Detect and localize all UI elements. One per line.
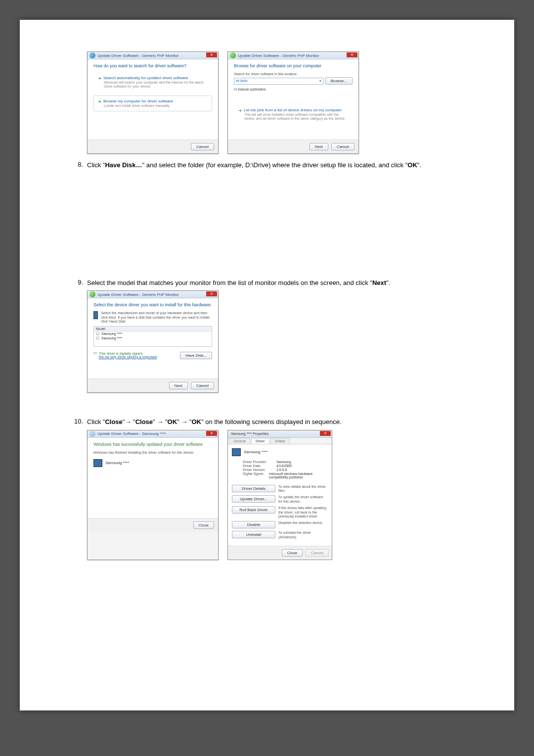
step-9: 9. Select the model that matches your mo… (69, 279, 465, 287)
value: 4/14/2005 (276, 464, 292, 468)
close-icon[interactable]: ✕ (206, 291, 217, 296)
dialog-title: Samsung **** Properties (231, 432, 268, 435)
monitor-icon (93, 311, 98, 319)
dialog-title: Update Driver Software - Generic PnP Mon… (97, 53, 178, 58)
rollback-driver-button[interactable]: Roll Back Driver (232, 506, 275, 514)
value: 2.0.0.0 (276, 468, 287, 472)
update-driver-browse-dialog: Update Driver Software - Generic PnP Mon… (227, 51, 359, 154)
dropdown-icon[interactable]: ▾ (319, 79, 321, 83)
label: Digital Signer: (243, 472, 265, 479)
desc: Disables the selected device. (278, 521, 328, 525)
close-button[interactable]: Close (193, 521, 214, 529)
list-item[interactable]: Samsung **** (101, 336, 122, 340)
update-driver-button[interactable]: Update Driver... (232, 495, 275, 503)
dialog-title: Update Driver Software - Generic PnP Mon… (238, 53, 319, 58)
step-text: Click "Have Disk…" and select the folder… (87, 161, 465, 170)
have-disk-button[interactable]: Have Disk... (180, 352, 212, 359)
t: " → " (153, 418, 167, 425)
value: Samsung (276, 460, 291, 464)
desc: To view details about the driver files. (278, 485, 328, 493)
t: Select the model that matches your monit… (87, 279, 372, 286)
uninstall-button[interactable]: Uninstall (232, 531, 275, 538)
cancel-button: Cancel (306, 549, 329, 557)
monitor-icon (232, 448, 241, 456)
have-disk-bold: Have Disk… (105, 161, 142, 169)
close-icon[interactable]: ✕ (347, 52, 357, 57)
step-text: Select the model that matches your monit… (87, 279, 465, 287)
desc: If the device fails after updating the d… (278, 506, 328, 519)
update-success-dialog: Update Driver Software - Samsung **** ✕ … (87, 430, 219, 561)
dialog-titlebar: Update Driver Software - Generic PnP Mon… (228, 52, 358, 59)
dialog-subtext: Select the manufacturer and model of you… (101, 311, 212, 324)
browse-button[interactable]: Browse... (325, 77, 353, 85)
desc: To update the driver software for this d… (278, 495, 328, 504)
option-pick-from-list[interactable]: Let me pick from a list of device driver… (234, 104, 353, 125)
model-listbox[interactable]: Model Samsung **** Samsung **** (93, 326, 212, 347)
dialog-heading: Select the device driver you want to ins… (93, 302, 212, 307)
dialog-heading: Windows has successfully updated your dr… (93, 442, 212, 447)
device-name: Samsung **** (105, 461, 129, 465)
option-search-auto[interactable]: Search automatically for updated driver … (93, 72, 212, 93)
digitally-signed-label: This driver is digitally signed. (99, 352, 143, 355)
t: "→ " (123, 418, 135, 425)
monitor-icon (93, 459, 102, 467)
signing-info-link[interactable]: Tell me why driver signing is important (98, 355, 157, 359)
t: ". (386, 279, 390, 286)
dialog-titlebar: Update Driver Software - Generic PnP Mon… (88, 291, 218, 298)
select-device-driver-dialog: Update Driver Software - Generic PnP Mon… (87, 290, 219, 393)
include-subfolders-checkbox[interactable]: Include subfolders (234, 88, 353, 92)
next-button[interactable]: Next (169, 382, 188, 389)
step-8: 8. Click "Have Disk…" and select the fol… (69, 161, 465, 170)
tab-general[interactable]: General (229, 438, 250, 444)
t: ". (417, 161, 421, 169)
path-label: Search for driver software in this locat… (234, 72, 353, 76)
next-button[interactable]: Next (310, 143, 328, 150)
t: " and select the folder (for example, D:… (142, 161, 408, 169)
screenshot-row-top: Update Driver Software - Generic PnP Mon… (87, 51, 465, 154)
close-bold: Close (135, 418, 153, 425)
dialog-heading: Browse for driver software on your compu… (234, 63, 353, 68)
tab-driver[interactable]: Driver (251, 438, 269, 444)
close-icon[interactable]: ✕ (320, 431, 331, 436)
device-properties-dialog: Samsung **** Properties ✕ General Driver… (227, 430, 332, 561)
back-icon[interactable] (230, 52, 236, 58)
tab-details[interactable]: Details (270, 438, 290, 444)
next-bold: Next (372, 279, 386, 286)
disable-button[interactable]: Disable (232, 521, 275, 528)
t: Click " (87, 418, 105, 425)
model-header: Model (94, 327, 212, 331)
cancel-button[interactable]: Cancel (191, 143, 214, 150)
cancel-button[interactable]: Cancel (331, 143, 355, 150)
cancel-button[interactable]: Cancel (191, 382, 214, 389)
dialog-title: Update Driver Software - Generic PnP Mon… (97, 292, 178, 297)
back-icon[interactable] (89, 291, 95, 297)
close-icon[interactable]: ✕ (206, 431, 217, 436)
dialog-titlebar: Update Driver Software - Samsung **** ✕ (88, 430, 218, 438)
ok-bold: OK (168, 418, 178, 425)
device-name: Samsung **** (244, 450, 267, 454)
step-number: 10. (69, 418, 87, 426)
option-title: Let me pick from a list of device driver… (244, 108, 342, 112)
value: microsoft windows hardware compatibility… (269, 472, 328, 479)
path-value: M:\WIN (236, 79, 247, 83)
list-item[interactable]: Samsung **** (101, 332, 122, 335)
back-icon[interactable] (89, 52, 95, 58)
option-desc: Windows will search your computer and th… (104, 81, 208, 89)
driver-details-button[interactable]: Driver Details (232, 485, 275, 492)
screenshot-row-step10: Update Driver Software - Samsung **** ✕ … (87, 430, 465, 561)
option-browse-computer[interactable]: Browse my computer for driver software L… (93, 95, 212, 111)
t: " → " (177, 418, 191, 425)
dialog-heading: How do you want to search for driver sof… (93, 63, 212, 68)
close-button[interactable]: Close (282, 549, 303, 557)
dialog-subtext: Windows has finished installing the driv… (93, 451, 212, 454)
step-number: 8. (69, 161, 87, 170)
close-icon[interactable]: ✕ (206, 52, 217, 57)
tab-strip: General Driver Details (228, 438, 332, 444)
label: Driver Provider: (243, 460, 272, 464)
t: " on the following screens displayed in … (201, 418, 342, 425)
label: Driver Version: (243, 468, 272, 472)
dialog-titlebar: Samsung **** Properties ✕ (228, 430, 332, 438)
path-input[interactable]: M:\WIN▾ (234, 78, 323, 85)
label: Driver Date: (243, 464, 272, 468)
close-bold: Close (105, 418, 122, 425)
